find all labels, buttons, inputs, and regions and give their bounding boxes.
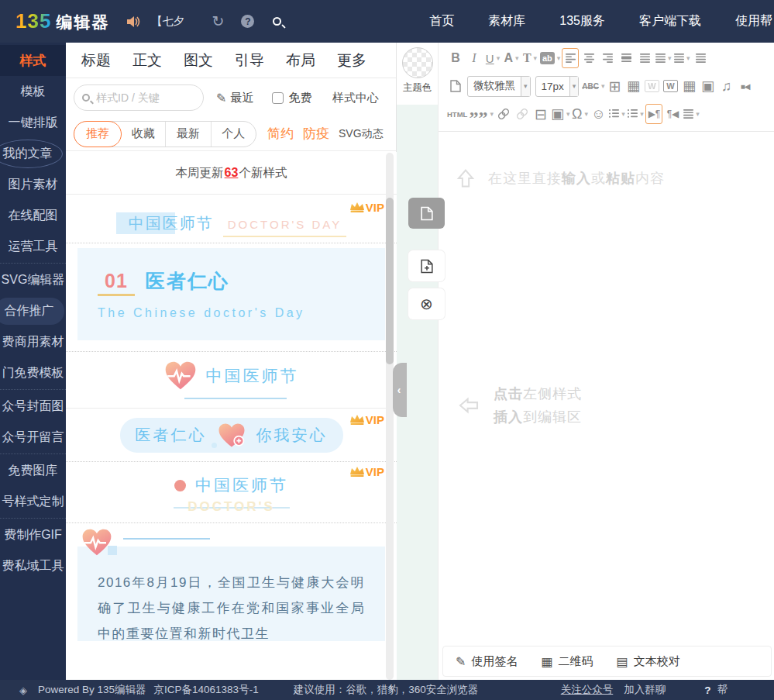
blockquote-icon[interactable]: ””▾ [469, 104, 494, 124]
announcement-text[interactable]: 【七夕 [151, 15, 194, 29]
recent-button[interactable]: ✎ 最近 [216, 91, 253, 105]
hot-tag-link[interactable]: 防疫 [303, 125, 329, 143]
font-color-icon[interactable]: A▾ [503, 48, 520, 68]
bold-icon[interactable]: B [447, 48, 464, 68]
free-checkbox[interactable]: 免费 [272, 91, 311, 105]
refresh-icon[interactable]: ↻ [212, 12, 224, 30]
style-tab[interactable]: 布局 [286, 50, 315, 71]
search-icon[interactable] [273, 17, 281, 26]
qrcode-button[interactable]: ▦二维码 [541, 654, 593, 669]
align-left-icon[interactable] [562, 48, 579, 68]
font-size-select[interactable]: 17px▾ [535, 76, 580, 97]
special-char-icon[interactable]: Ω▾ [571, 104, 588, 124]
sidebar-item[interactable]: 模板 [0, 76, 66, 107]
align-right-icon[interactable] [599, 48, 616, 68]
table-icon[interactable]: ⊞ [607, 76, 624, 96]
sidebar-item[interactable]: SVG编辑器 [0, 264, 66, 295]
nav-item[interactable]: 135服务 [559, 13, 605, 29]
new-doc-icon[interactable] [447, 76, 464, 96]
nav-item[interactable]: 客户端下载 [639, 13, 701, 29]
music-icon[interactable]: ♫ [718, 76, 735, 96]
indent-increase-icon[interactable]: ▾ [673, 48, 690, 68]
text-columns-icon[interactable]: ⊟ [532, 104, 549, 124]
sidebar-item[interactable]: 免费图库 [0, 455, 66, 486]
style-tab[interactable]: 图文 [184, 50, 213, 71]
style-card[interactable]: VIP 中国医师节DOCTOR'S DAY [66, 195, 397, 243]
follow-official-link[interactable]: 关注公众号 [561, 683, 614, 697]
style-search-input[interactable] [96, 91, 189, 104]
nav-item[interactable]: 使用帮 [735, 13, 772, 29]
filter-tab[interactable]: 推荐 [74, 121, 122, 147]
html-source-icon[interactable]: HTML [447, 104, 467, 124]
fill-color-box-icon[interactable]: ▣▾ [551, 104, 570, 124]
sidebar-item[interactable]: 样式 [0, 45, 66, 76]
text-style-icon[interactable]: T▾ [521, 48, 538, 68]
sidebar-item[interactable]: 运营工具 [0, 231, 66, 262]
sidebar-item[interactable]: 费商用素材 [0, 326, 66, 357]
sidebar-item[interactable]: 众号开留言 [0, 422, 66, 453]
sidebar-item[interactable]: 门免费模板 [0, 357, 66, 388]
line-height-icon[interactable]: ▾ [683, 104, 700, 124]
style-card[interactable]: 01医者仁心 The Chinese doctor's Day [66, 243, 397, 351]
style-tab[interactable]: 引导 [235, 50, 264, 71]
underline-icon[interactable]: U▾ [484, 48, 501, 68]
sidebar-item[interactable]: 众号封面图 [0, 391, 66, 422]
help-question-icon[interactable]: ? [704, 684, 710, 696]
style-card[interactable]: 中国医师节 [66, 352, 397, 408]
theme-color-picker[interactable] [402, 47, 433, 78]
word-import-disabled-icon[interactable]: W [644, 76, 661, 96]
style-card[interactable]: VIP 医者仁心 你我安心 [66, 409, 397, 461]
style-tab[interactable]: 更多 [337, 50, 366, 71]
text-direction-ltr-icon[interactable]: ▶¶ [645, 104, 662, 124]
video-icon[interactable]: ■◀ [737, 76, 754, 96]
filter-tab[interactable]: 个人 [211, 122, 256, 147]
style-card[interactable]: VIP 中国医师节 DOCTOR'S [66, 462, 397, 522]
sidebar-item[interactable]: 图片素材 [0, 169, 66, 200]
new-doc-button[interactable] [408, 250, 445, 281]
image-icon[interactable]: ▦ [681, 76, 698, 96]
italic-icon[interactable]: I [466, 48, 483, 68]
align-middle-icon[interactable] [617, 48, 635, 68]
line-style-icon[interactable] [692, 48, 709, 68]
style-card[interactable]: 2016年8月19日，全国卫生与健康大会明确了卫生与健康工作在党和国家事业全局中… [66, 523, 397, 641]
style-tab[interactable]: 标题 [81, 50, 111, 71]
speaker-icon[interactable] [126, 16, 140, 28]
sidebar-item[interactable]: 我的文章 [0, 138, 66, 169]
style-search-box[interactable] [74, 84, 204, 111]
style-scrollbar-thumb[interactable] [386, 198, 394, 364]
sidebar-item[interactable]: 号样式定制 [0, 486, 66, 517]
nav-item[interactable]: 素材库 [488, 13, 525, 29]
current-doc-button[interactable] [408, 198, 445, 229]
font-family-select[interactable]: 微软雅黑▾ [467, 76, 531, 97]
sidebar-item[interactable]: 费制作GIF [0, 519, 66, 550]
ordered-list-icon[interactable]: ▾ [608, 104, 625, 124]
app-logo[interactable]: 135 编辑器 [15, 9, 109, 33]
clear-doc-button[interactable]: ⊗ [408, 288, 445, 319]
unordered-list-icon[interactable]: ▾ [627, 104, 644, 124]
filter-tab[interactable]: 收藏 [121, 122, 165, 147]
word-import-icon[interactable]: W [662, 76, 679, 96]
emoji-icon[interactable]: ☺ [590, 104, 607, 124]
align-center-icon[interactable] [580, 48, 597, 68]
highlight-icon[interactable]: ab▾ [540, 48, 560, 68]
sidebar-item[interactable]: 在线配图 [0, 200, 66, 231]
hot-tag-link[interactable]: 简约 [267, 125, 294, 143]
text-direction-rtl-icon[interactable]: ¶◀ [664, 104, 681, 124]
filter-tab[interactable]: 最新 [165, 122, 210, 147]
collapse-panel-button[interactable]: ‹ [393, 363, 407, 417]
remove-format-icon[interactable]: ABC▾ [582, 76, 604, 96]
align-justify-icon[interactable] [636, 48, 653, 68]
help-link[interactable]: 帮 [717, 683, 728, 697]
style-tab[interactable]: 正文 [132, 50, 162, 71]
image-grid-icon[interactable]: ▦ [625, 76, 642, 96]
icp-number[interactable]: 京ICP备14061383号-1 [154, 683, 259, 697]
image-frame-icon[interactable]: ▣ [700, 76, 717, 96]
style-center-link[interactable]: 样式中心 [332, 91, 379, 105]
notice-count[interactable]: 63 [225, 166, 239, 180]
signature-button[interactable]: ✎使用签名 [456, 654, 518, 669]
sidebar-item[interactable]: 合作推广 [0, 295, 66, 326]
unlink-icon[interactable] [514, 104, 531, 124]
sidebar-item[interactable]: 一键排版 [0, 107, 66, 138]
help-icon[interactable]: ? [241, 15, 254, 28]
indent-decrease-icon[interactable]: ▾ [655, 48, 672, 68]
